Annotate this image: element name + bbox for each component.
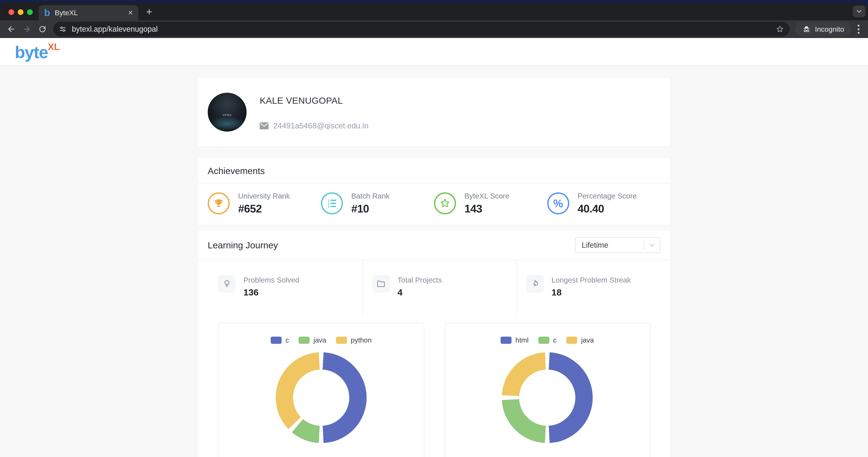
site-settings-icon[interactable] — [59, 25, 67, 33]
tab-title: ByteXL — [55, 9, 78, 17]
incognito-icon — [802, 25, 811, 34]
bytexl-favicon-icon: b — [44, 8, 50, 18]
stat-longest-problem-streak: Longest Problem Streak 18 — [517, 260, 671, 315]
achievement-label: ByteXL Score — [464, 192, 509, 200]
achievements-row: University Rank #652 1 2 3 — [197, 183, 671, 225]
journey-stats-row: Problems Solved 136 Total Projects 4 — [197, 260, 671, 315]
tab-search-chevron-button[interactable] — [853, 5, 865, 17]
charts-row: c java python html c java — [197, 315, 671, 457]
arrow-left-icon — [6, 25, 16, 34]
achievement-label: Percentage Score — [578, 192, 637, 200]
stat-value: 4 — [398, 287, 442, 298]
legend-item[interactable]: python — [336, 336, 372, 344]
tab-bytexl[interactable]: b ByteXL × — [39, 5, 138, 20]
chart-legend: html c java — [444, 336, 650, 344]
legend-label: c — [553, 336, 557, 344]
envelope-icon — [260, 122, 269, 129]
legend-item[interactable]: java — [566, 336, 594, 344]
legend-swatch — [538, 337, 549, 344]
close-window-button[interactable] — [8, 9, 14, 15]
percent-icon: % — [547, 192, 569, 214]
logo-text: byte — [15, 43, 48, 62]
legend-label: java — [313, 336, 326, 344]
legend-item[interactable]: c — [538, 336, 557, 344]
achievement-batch-rank: 1 2 3 Batch Rank #10 — [321, 192, 434, 215]
bytexl-logo[interactable]: byteXL — [15, 42, 60, 61]
achievement-value: #652 — [238, 202, 290, 215]
problems-by-language-donut-chart[interactable] — [276, 352, 367, 443]
desktop-background: { "browser": { "tab": { "favicon_letter"… — [0, 0, 868, 457]
url-text[interactable]: bytexl.app/kalevenugopal — [72, 25, 158, 34]
browser-window: b ByteXL × + bytexl.app/kalev — [0, 2, 868, 457]
legend-label: c — [285, 336, 289, 344]
stat-value: 18 — [552, 287, 631, 298]
legend-swatch — [336, 337, 347, 344]
bookmark-star-icon[interactable] — [776, 25, 784, 33]
legend-label: java — [581, 336, 594, 344]
problems-by-language-chart-card: c java python — [218, 323, 424, 457]
achievement-label: Batch Rank — [351, 192, 390, 200]
back-button[interactable] — [6, 24, 16, 34]
address-bar[interactable]: bytexl.app/kalevenugopal — [53, 22, 789, 36]
achievement-label: University Rank — [238, 192, 290, 200]
chevron-down-icon — [856, 8, 863, 15]
profile-info: KALE VENUGOPAL 24491a5468@qiscet.edu.in — [260, 94, 369, 130]
arrow-right-icon — [22, 25, 31, 34]
page-viewport: byteXL VENU KALE VENUGOPAL 24491a5468@qi… — [0, 38, 868, 457]
reload-icon — [38, 25, 47, 34]
profile-email: 24491a5468@qiscet.edu.in — [273, 122, 369, 130]
window-controls — [8, 9, 33, 15]
projects-by-language-chart-card: html c java — [444, 323, 650, 457]
browser-menu-button[interactable] — [856, 25, 862, 34]
tab-strip: b ByteXL × + — [0, 2, 868, 20]
learning-journey-card: Learning Journey Lifetime — [197, 231, 671, 457]
site-header: byteXL — [0, 38, 868, 65]
avatar-caption: VENU — [222, 113, 232, 117]
zoom-window-button[interactable] — [27, 9, 33, 15]
chart-legend: c java python — [218, 336, 424, 344]
achievements-title: Achievements — [197, 159, 671, 183]
legend-swatch — [271, 337, 282, 344]
achievements-card: Achievements University Rank #652 — [197, 158, 671, 225]
achievement-university-rank: University Rank #652 — [208, 192, 321, 215]
stat-problems-solved: Problems Solved 136 — [197, 260, 362, 315]
incognito-label: Incognito — [815, 25, 844, 33]
flame-icon — [526, 275, 544, 293]
stat-total-projects: Total Projects 4 — [362, 260, 517, 315]
period-select[interactable]: Lifetime — [575, 237, 660, 253]
reload-button[interactable] — [38, 24, 47, 34]
legend-item[interactable]: java — [299, 336, 326, 344]
bulb-icon — [218, 275, 236, 293]
achievement-value: #10 — [351, 202, 390, 215]
legend-label: python — [351, 336, 372, 344]
tab-close-icon[interactable]: × — [128, 9, 133, 17]
profile-card: VENU KALE VENUGOPAL 24491a5468@qiscet.ed… — [197, 78, 671, 146]
incognito-badge: Incognito — [795, 22, 851, 36]
learning-journey-header: Learning Journey Lifetime — [197, 231, 671, 260]
stat-label: Problems Solved — [243, 275, 300, 284]
stat-label: Longest Problem Streak — [552, 275, 631, 284]
avatar: VENU — [208, 93, 247, 132]
new-tab-button[interactable]: + — [146, 6, 152, 17]
learning-journey-title: Learning Journey — [208, 240, 278, 251]
period-select-value: Lifetime — [576, 241, 644, 250]
legend-swatch — [501, 337, 512, 344]
profile-name: KALE VENUGOPAL — [260, 95, 369, 106]
projects-by-language-donut-chart[interactable] — [502, 352, 593, 443]
stat-label: Total Projects — [398, 275, 442, 284]
legend-item[interactable]: c — [271, 336, 289, 344]
minimize-window-button[interactable] — [18, 9, 24, 15]
email-row: 24491a5468@qiscet.edu.in — [260, 122, 369, 130]
percent-glyph: % — [553, 197, 563, 210]
profile-page-content: VENU KALE VENUGOPAL 24491a5468@qiscet.ed… — [197, 78, 671, 457]
achievement-percentage-score: % Percentage Score 40.40 — [547, 192, 660, 215]
legend-swatch — [566, 337, 577, 344]
achievement-value: 40.40 — [578, 202, 637, 215]
legend-item[interactable]: html — [501, 336, 528, 344]
forward-button[interactable] — [22, 24, 32, 34]
achievement-value: 143 — [464, 202, 509, 215]
browser-toolbar: bytexl.app/kalevenugopal Incognito — [0, 20, 868, 38]
logo-suffix-text: XL — [48, 42, 60, 52]
achievement-bytexl-score: ByteXL Score 143 — [434, 192, 547, 215]
legend-swatch — [299, 337, 310, 344]
